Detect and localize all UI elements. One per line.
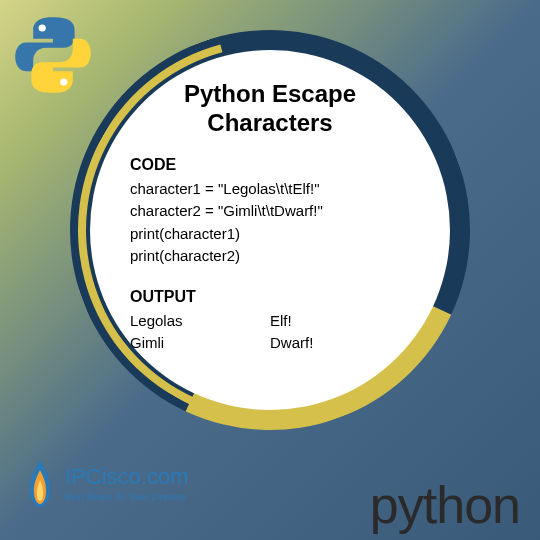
python-wordmark: python bbox=[370, 475, 520, 535]
code-line: print(character2) bbox=[130, 245, 410, 268]
svg-point-1 bbox=[60, 78, 67, 85]
page-title: Python Escape Characters bbox=[130, 80, 410, 138]
code-block: character1 = "Legolas\t\tElf!" character… bbox=[130, 178, 410, 268]
output-row: Legolas Elf! bbox=[130, 310, 410, 333]
output-cell: Legolas bbox=[130, 310, 270, 333]
output-row: Gimli Dwarf! bbox=[130, 332, 410, 355]
svg-point-0 bbox=[39, 24, 46, 31]
code-line: character2 = "Gimli\t\tDwarf!" bbox=[130, 200, 410, 223]
output-cell: Dwarf! bbox=[270, 332, 313, 355]
code-line: character1 = "Legolas\t\tElf!" bbox=[130, 178, 410, 201]
output-cell: Elf! bbox=[270, 310, 292, 333]
flame-icon bbox=[20, 455, 60, 510]
code-line: print(character1) bbox=[130, 223, 410, 246]
output-label: OUTPUT bbox=[130, 288, 410, 306]
content-circle: Python Escape Characters CODE character1… bbox=[70, 30, 470, 430]
output-cell: Gimli bbox=[130, 332, 270, 355]
code-label: CODE bbox=[130, 156, 410, 174]
output-block: Legolas Elf! Gimli Dwarf! bbox=[130, 310, 410, 355]
ipcisco-logo: IPCisco.com Best Route To Your Dreams bbox=[20, 455, 188, 510]
site-name: IPCisco.com bbox=[65, 464, 188, 490]
content-area: Python Escape Characters CODE character1… bbox=[90, 50, 450, 410]
site-tagline: Best Route To Your Dreams bbox=[65, 490, 188, 502]
ipcisco-text: IPCisco.com Best Route To Your Dreams bbox=[65, 464, 188, 502]
